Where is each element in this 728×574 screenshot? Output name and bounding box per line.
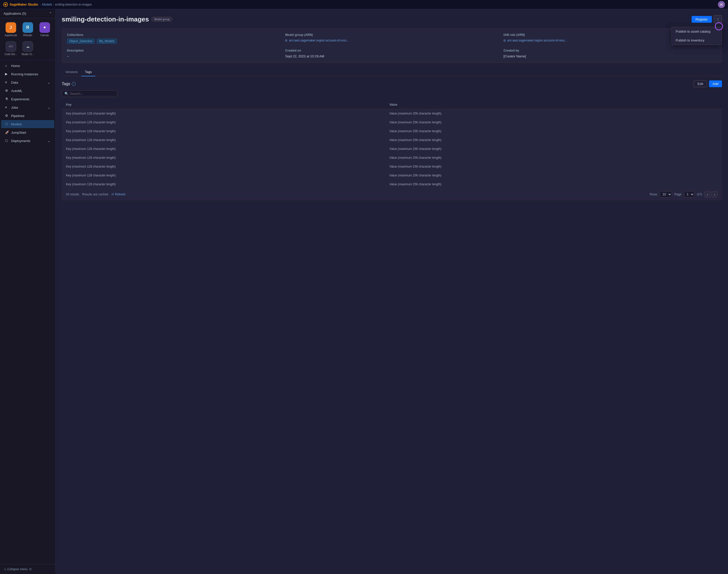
breadcrumb-current: smiling-detection-in-images	[55, 3, 92, 6]
dropdown-item-publish-inventory[interactable]: Publish to inventory	[672, 36, 722, 45]
jobs-icon: ≡	[5, 106, 9, 110]
info-created-on: Created on Sept 22, 2023 at 10:29 AM	[285, 49, 498, 58]
table-row: Key (maximum 128 character length)Value …	[62, 171, 722, 180]
tab-versions[interactable]: Versions	[62, 68, 81, 76]
info-model-group-arn: Model group (ARN) ⧉ arn:aws:sagemaker:re…	[285, 33, 498, 44]
topbar-right: JC	[718, 1, 725, 8]
canvas-icon: ✦	[39, 22, 50, 33]
cell-value: Value (maximum 256 character length)	[386, 145, 722, 154]
app-canvas[interactable]: ✦ Canvas	[37, 21, 52, 38]
sidebar-item-jobs[interactable]: ≡ Jobs ⌄	[1, 104, 54, 112]
model-group-badge: Model group	[151, 17, 172, 22]
rstudio-icon: R	[23, 22, 33, 33]
app-jupyterlab-label: JupyterLab	[5, 34, 17, 37]
data-expand-icon: ⌄	[47, 81, 50, 84]
refresh-button[interactable]: ↺ Refresh	[111, 193, 126, 196]
tags-title-text: Tags	[62, 82, 70, 86]
tags-info-icon[interactable]: i	[72, 82, 76, 86]
apps-header: Applications (5) ⌃	[0, 9, 55, 18]
table-row: Key (maximum 128 character length)Value …	[62, 145, 722, 154]
sidebar-item-deployments[interactable]: ⬡ Deployments ⌄	[1, 137, 54, 145]
more-options-icon: ⋮	[716, 17, 720, 21]
sidebar-item-home-label: Home	[11, 64, 20, 68]
deployments-icon: ⬡	[5, 139, 9, 143]
tabs: Versions Tags	[62, 68, 722, 76]
sidebar-item-pipelines[interactable]: ⚙ Pipelines	[1, 112, 54, 120]
sidebar-item-automl[interactable]: ⚙ AutoML	[1, 87, 54, 95]
page-select[interactable]: 1 2 3 4 5	[684, 191, 694, 197]
jumpstart-icon: 🚀	[5, 130, 9, 134]
nav-section: ⌂ Home ▶ Running instances ≡ Data ⌄ ⚙ Au…	[0, 60, 55, 564]
model-group-arn-label: Model group (ARN)	[285, 33, 498, 37]
jobs-expand-icon: ⌄	[47, 106, 50, 110]
main-layout: Applications (5) ⌃ J JupyterLab R RStudi…	[0, 9, 728, 574]
info-created-by: Created by [Creator Name]	[503, 49, 717, 58]
avatar[interactable]: JC	[718, 1, 725, 8]
table-row: Key (maximum 128 character length)Value …	[62, 109, 722, 118]
created-on-value: Sept 22, 2023 at 10:29 AM	[285, 54, 498, 58]
copy-iam-icon[interactable]: ⧉	[503, 39, 506, 42]
description-label: Description	[67, 49, 280, 52]
sidebar-item-jumpstart[interactable]: 🚀 JumpStart	[1, 128, 54, 136]
app-jupyterlab[interactable]: J JupyterLab	[3, 21, 18, 38]
table-row: Key (maximum 128 character length)Value …	[62, 118, 722, 127]
rows-per-page-select[interactable]: 10 25 50	[660, 191, 672, 197]
app-studio-classic[interactable]: ☁ Studio Cl...	[20, 40, 35, 57]
collapse-bracket-icon: ⊡	[29, 567, 32, 571]
sidebar-collapse-btn[interactable]: ◁ Collapse menu ⊡	[0, 564, 55, 574]
sidebar-item-experiments[interactable]: ⚗ Experiments	[1, 95, 54, 103]
app-code-editor[interactable]: </> Code Edi...	[3, 40, 18, 57]
sidebar-item-home[interactable]: ⌂ Home	[1, 62, 54, 70]
cell-value: Value (maximum 256 character length)	[386, 109, 722, 118]
register-button[interactable]: Register	[692, 16, 712, 23]
sidebar-item-running-instances[interactable]: ▶ Running instances	[1, 70, 54, 78]
table-row: Key (maximum 128 character length)Value …	[62, 136, 722, 145]
cell-key: Key (maximum 128 character length)	[62, 145, 386, 154]
collections-values: Object_Detection My_Models	[67, 39, 280, 44]
apps-collapse-icon[interactable]: ⌃	[49, 12, 52, 15]
cell-key: Key (maximum 128 character length)	[62, 180, 386, 189]
created-on-label: Created on	[285, 49, 498, 52]
brand-logo: SageMaker Studio	[3, 2, 38, 7]
collection-tag-my-models[interactable]: My_Models	[97, 39, 117, 44]
sidebar-item-deployments-label: Deployments	[11, 139, 30, 143]
brand-name: SageMaker Studio	[10, 3, 38, 6]
app-studio-label: Studio Cl...	[22, 53, 34, 55]
more-options-button[interactable]: ⋮	[714, 15, 722, 23]
data-icon: ≡	[5, 80, 9, 84]
cell-key: Key (maximum 128 character length)	[62, 127, 386, 136]
deployments-expand-icon: ⌄	[47, 139, 50, 143]
app-rstudio[interactable]: R RStudio	[20, 21, 35, 38]
automl-icon: ⚙	[5, 89, 9, 93]
cell-key: Key (maximum 128 character length)	[62, 136, 386, 145]
sidebar-item-jobs-label: Jobs	[11, 106, 18, 110]
table-row: Key (maximum 128 character length)Value …	[62, 180, 722, 189]
add-tag-button[interactable]: Add	[709, 80, 722, 87]
col-value: Value	[386, 100, 722, 109]
copy-arn-icon[interactable]: ⧉	[285, 39, 287, 42]
created-by-value: [Creator Name]	[503, 54, 717, 58]
search-input[interactable]	[70, 92, 115, 95]
cell-key: Key (maximum 128 character length)	[62, 109, 386, 118]
prev-page-button[interactable]: ‹	[704, 191, 711, 197]
next-page-button[interactable]: ›	[712, 191, 718, 197]
breadcrumb-models[interactable]: Models	[42, 3, 52, 6]
dropdown-item-publish-catalog[interactable]: Publish to asset catalog	[672, 27, 722, 36]
cell-value: Value (maximum 256 character length)	[386, 154, 722, 162]
edit-tags-button[interactable]: Edit	[694, 80, 707, 87]
table-footer: 50 results Results are cached ↺ Refresh …	[62, 189, 722, 200]
cache-status: Results are cached	[82, 193, 108, 196]
search-bar: 🔍	[62, 90, 722, 97]
page-total: of 5	[697, 193, 702, 196]
running-instances-icon: ▶	[5, 72, 9, 76]
page-nav: ‹ ›	[704, 191, 718, 197]
tab-tags[interactable]: Tags	[81, 68, 95, 76]
header-actions: Register ⋮	[692, 15, 722, 23]
sidebar-item-models[interactable]: ⬡ Models	[1, 120, 54, 128]
studio-classic-icon: ☁	[23, 41, 33, 52]
collection-tag-object-detection[interactable]: Object_Detection	[67, 39, 95, 44]
cell-key: Key (maximum 128 character length)	[62, 154, 386, 162]
sidebar-item-automl-label: AutoML	[11, 89, 23, 93]
sidebar-item-data[interactable]: ≡ Data ⌄	[1, 78, 54, 86]
cell-value: Value (maximum 256 character length)	[386, 171, 722, 180]
